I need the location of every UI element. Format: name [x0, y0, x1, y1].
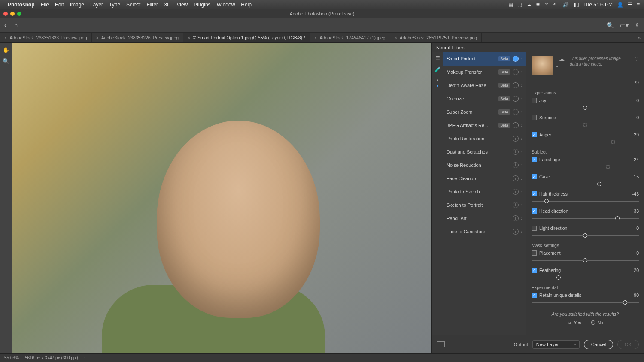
document-tab[interactable]: ×AdobeStock_268353226_Preview.jpeg [92, 33, 184, 42]
slider-checkbox[interactable]: ✓ [532, 132, 537, 137]
slider-knob[interactable] [597, 182, 601, 186]
filter-toggle[interactable] [513, 56, 519, 62]
siri-icon[interactable]: ☰ [628, 2, 632, 8]
face-dropdown-icon[interactable]: ⌄ [555, 63, 559, 68]
filter-category-icon[interactable]: 🧪 [434, 66, 441, 73]
filter-row[interactable]: Super ZoomBeta› [443, 106, 526, 119]
status-icon[interactable]: ☁ [526, 2, 532, 8]
filter-toggle[interactable] [513, 96, 519, 102]
maximize-window-button[interactable] [17, 12, 21, 16]
status-icon[interactable]: ❀ [536, 2, 540, 8]
filter-category-icon[interactable]: ☰ [434, 55, 441, 62]
status-more-icon[interactable]: › [84, 356, 85, 360]
filter-row[interactable]: Sketch to Portraiti› [443, 199, 526, 212]
feedback-no-button[interactable]: ☹No [591, 320, 603, 325]
slider-track[interactable] [532, 257, 639, 263]
cancel-button[interactable]: Cancel [584, 340, 613, 349]
workspace-switcher-icon[interactable]: ▭▾ [620, 22, 629, 29]
document-dimensions[interactable]: 5616 px x 3747 px (300 ppi) [25, 356, 78, 360]
filter-row[interactable]: Dust and Scratchesi› [443, 145, 526, 159]
filter-toggle[interactable] [513, 122, 519, 128]
menu-select[interactable]: Select [126, 2, 140, 8]
menu-window[interactable]: Window [217, 2, 235, 8]
menu-file[interactable]: File [41, 2, 49, 8]
menu-type[interactable]: Type [109, 2, 120, 8]
slider-knob[interactable] [583, 258, 587, 262]
slider-knob[interactable] [544, 199, 549, 203]
filter-row[interactable]: Smart PortraitBeta› [443, 52, 526, 66]
filter-row[interactable]: Face to Caricaturei› [443, 225, 526, 238]
zoom-level[interactable]: 55.03% [4, 356, 19, 360]
ok-button[interactable]: OK [617, 340, 639, 349]
document-tab[interactable]: ×© Smart Portrait Option 1.jpg @ 55% (La… [183, 33, 310, 42]
close-window-button[interactable] [3, 12, 8, 16]
slider-track[interactable] [532, 139, 639, 145]
slider-knob[interactable] [611, 140, 615, 144]
filter-row[interactable]: Photo to Sketchi› [443, 185, 526, 199]
slider-checkbox[interactable]: ✓ [532, 174, 537, 179]
spotlight-icon[interactable]: 👤 [617, 2, 623, 8]
slider-checkbox[interactable]: ✓ [532, 293, 537, 298]
menu-plugins[interactable]: Plugins [194, 2, 210, 8]
slider-checkbox[interactable] [532, 226, 537, 231]
info-icon[interactable]: i [513, 202, 519, 208]
slider-track[interactable] [532, 198, 639, 204]
canvas-area[interactable] [12, 43, 431, 353]
menu-layer[interactable]: Layer [90, 2, 103, 8]
close-tab-icon[interactable]: × [314, 35, 317, 40]
info-icon[interactable]: i [513, 149, 519, 155]
close-tab-icon[interactable]: × [4, 35, 7, 40]
slider-knob[interactable] [615, 216, 620, 220]
slider-knob[interactable] [623, 300, 627, 305]
filter-toggle[interactable] [513, 69, 519, 75]
share-icon[interactable]: ⇪ [635, 22, 640, 29]
wifi-icon[interactable]: ᯤ [553, 2, 558, 8]
slider-checkbox[interactable]: ✓ [532, 208, 537, 214]
document-tab[interactable]: ×AdobeStock_285119759_Preview.jpeg [390, 33, 482, 42]
hand-tool-icon[interactable]: ✋ [2, 45, 10, 54]
filter-row[interactable]: Photo Restorationi› [443, 132, 526, 145]
slider-track[interactable] [532, 232, 639, 238]
status-icon[interactable]: ⬚ [517, 2, 522, 8]
info-icon[interactable]: i [513, 175, 519, 181]
menu-filter[interactable]: Filter [146, 2, 158, 8]
slider-checkbox[interactable]: ✓ [532, 191, 537, 196]
info-icon[interactable]: i [513, 162, 519, 168]
face-selection-box[interactable] [244, 49, 419, 291]
close-tab-icon[interactable]: × [188, 35, 190, 40]
slider-knob[interactable] [556, 275, 561, 280]
document-tab[interactable]: ×AdobeStock_174546417 (1).jpeg [310, 33, 390, 42]
output-select[interactable]: New Layer [532, 340, 580, 349]
zoom-tool-icon[interactable]: 🔍 [2, 57, 10, 65]
info-icon[interactable]: i [513, 136, 519, 142]
status-icon[interactable]: ⇪ [544, 2, 549, 8]
filter-row[interactable]: JPEG Artifacts Re...Beta› [443, 119, 526, 132]
app-name[interactable]: Photoshop [8, 2, 35, 8]
slider-checkbox[interactable] [532, 98, 537, 103]
slider-checkbox[interactable]: ✓ [532, 157, 537, 162]
menu-3d[interactable]: 3D [164, 2, 170, 8]
slider-track[interactable] [532, 299, 639, 305]
reset-icon[interactable]: ⟲ [634, 79, 639, 86]
filter-category-icon[interactable]: • [434, 77, 441, 84]
slider-track[interactable] [532, 275, 639, 281]
slider-checkbox[interactable] [532, 115, 537, 120]
close-tab-icon[interactable]: × [96, 35, 99, 40]
info-icon[interactable]: i [513, 215, 519, 221]
status-icon[interactable]: ▦ [508, 2, 513, 8]
face-thumbnail[interactable]: ⌄ [532, 56, 553, 75]
slider-track[interactable] [532, 164, 639, 170]
home-icon[interactable]: ⌂ [14, 22, 18, 28]
slider-knob[interactable] [583, 123, 587, 127]
filter-row[interactable]: ColorizeBeta› [443, 92, 526, 106]
filter-row[interactable]: Depth-Aware HazeBeta› [443, 79, 526, 92]
document-tab[interactable]: ×AdobeStock_268351633_Preview.jpeg [0, 33, 92, 42]
clock[interactable]: Tue 5:06 PM [583, 2, 613, 8]
filter-row[interactable]: Noise Reductioni› [443, 159, 526, 172]
slider-checkbox[interactable] [532, 250, 537, 256]
search-icon[interactable]: 🔍 [607, 22, 614, 29]
slider-checkbox[interactable]: ✓ [532, 268, 537, 273]
back-button[interactable]: ‹ [4, 21, 6, 29]
slider-knob[interactable] [606, 165, 610, 169]
filter-row[interactable]: Face Cleanupi› [443, 172, 526, 185]
